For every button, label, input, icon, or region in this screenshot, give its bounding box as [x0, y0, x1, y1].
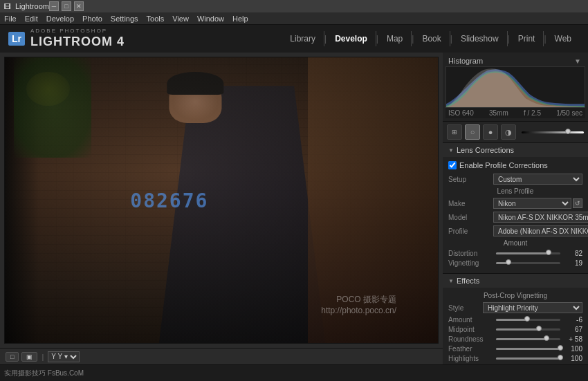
lens-corrections-header[interactable]: ▼ Lens Corrections	[443, 143, 588, 157]
postcrop-label: Post-Crop Vignetting	[448, 292, 582, 299]
logo-area: Lr ADOBE PHOTOSHOP LIGHTROOM 4	[8, 28, 125, 49]
menu-tools[interactable]: Tools	[147, 15, 165, 23]
menubar: File Edit Develop Photo Settings Tools V…	[0, 12, 588, 25]
tab-library[interactable]: Library	[282, 31, 324, 46]
menu-settings[interactable]: Settings	[111, 15, 138, 23]
style-row: Style Highlight Priority	[448, 302, 582, 313]
app-name: LIGHTROOM 4	[30, 35, 125, 50]
main-layout: 082676 POCO 摄影专题 http://photo.poco.cn/ □…	[0, 53, 588, 364]
photo-area[interactable]: 082676 POCO 摄影专题 http://photo.poco.cn/	[4, 57, 439, 344]
photo-code: 082676	[130, 189, 208, 212]
minimize-button[interactable]: ─	[49, 1, 59, 11]
effects-arrow-icon: ▼	[448, 278, 454, 284]
model-label: Model	[448, 214, 493, 221]
histogram-canvas	[445, 66, 585, 108]
photo-watermark: POCO 摄影专题 http://photo.poco.cn/	[321, 294, 396, 315]
effects-amount-row: Amount -6	[448, 316, 582, 324]
distortion-track[interactable]	[496, 252, 560, 254]
vignetting-thumb[interactable]	[506, 259, 511, 265]
menu-window[interactable]: Window	[197, 15, 224, 23]
nav-tabs: Library | Develop | Map | Book | Slidesh…	[282, 31, 580, 46]
tab-slideshow[interactable]: Slideshow	[452, 31, 508, 46]
roundness-thumb[interactable]	[544, 335, 549, 341]
highlights-label: Highlights	[448, 355, 493, 362]
lens-profile-label: Lens Profile	[448, 187, 582, 195]
setup-select-wrapper: Custom	[493, 174, 582, 185]
crop-tool[interactable]: ⊞	[447, 124, 462, 140]
midpoint-track[interactable]	[496, 328, 560, 331]
tab-book[interactable]: Book	[414, 31, 450, 46]
distortion-fill	[496, 252, 549, 254]
tab-print[interactable]: Print	[510, 31, 544, 46]
make-label: Make	[448, 200, 493, 207]
distortion-label: Distortion	[448, 250, 493, 257]
effects-header[interactable]: ▼ Effects	[443, 274, 588, 288]
histogram-arrow[interactable]: ▼	[573, 57, 582, 65]
titlebar-icon: 🎞	[4, 3, 11, 10]
lens-corrections-content: Enable Profile Corrections Setup Custom …	[443, 157, 588, 273]
roundness-row: Roundness + 58	[448, 335, 582, 343]
close-button[interactable]: ✕	[74, 1, 84, 11]
exposure-slider[interactable]	[522, 131, 584, 133]
effects-amount-thumb[interactable]	[524, 316, 530, 322]
style-select[interactable]: Highlight Priority	[483, 302, 582, 313]
zoom-fill-button[interactable]: ▣	[21, 352, 37, 362]
vignetting-track[interactable]	[496, 262, 560, 264]
zoom-fit-button[interactable]: □	[6, 352, 19, 362]
tab-map[interactable]: Map	[378, 31, 412, 46]
profile-select[interactable]: Adobe (Nikon AF-S DX NIKKO...	[493, 225, 588, 236]
histogram-title: Histogram	[448, 57, 483, 65]
photo-container: 082676 POCO 摄影专题 http://photo.poco.cn/	[5, 57, 438, 343]
highlights-track[interactable]	[496, 357, 560, 360]
profile-label: Profile	[448, 227, 493, 235]
filmstrip: 实用摄影技巧 FsBus.CoM	[0, 364, 588, 381]
right-panel: Histogram ▼ ISO 640	[443, 53, 588, 364]
effects-content: Post-Crop Vignetting Style Highlight Pri…	[443, 288, 588, 364]
midpoint-thumb[interactable]	[536, 326, 542, 331]
shutter-value: 1/50 sec	[556, 109, 582, 117]
menu-view[interactable]: View	[172, 15, 189, 23]
watermark-line2: http://photo.poco.cn/	[321, 306, 396, 315]
titlebar-title: Lightroom	[15, 2, 49, 10]
exposure-thumb[interactable]	[565, 129, 571, 134]
enable-corrections-row: Enable Profile Corrections	[448, 161, 582, 169]
feather-fill	[496, 348, 560, 350]
tab-develop[interactable]: Develop	[327, 31, 376, 46]
aperture-value: f / 2.5	[524, 109, 541, 117]
menu-photo[interactable]: Photo	[82, 15, 102, 23]
roundness-label: Roundness	[448, 335, 493, 343]
distortion-thumb[interactable]	[546, 250, 551, 255]
zoom-select[interactable]: Y Y ▾	[48, 351, 80, 362]
focal-value: 35mm	[489, 109, 508, 117]
enable-corrections-checkbox[interactable]	[448, 161, 457, 169]
highlights-fill	[496, 357, 560, 360]
menu-help[interactable]: Help	[232, 15, 248, 23]
gradient-tool[interactable]: ◑	[501, 124, 516, 140]
feather-track[interactable]	[496, 348, 560, 350]
feather-label: Feather	[448, 345, 493, 353]
redeye-tool[interactable]: ●	[483, 124, 498, 140]
effects-amount-track[interactable]	[496, 319, 560, 321]
roundness-track[interactable]	[496, 338, 560, 340]
maximize-button[interactable]: □	[62, 1, 71, 11]
menu-develop[interactable]: Develop	[46, 15, 74, 23]
midpoint-fill	[496, 328, 539, 331]
feather-value: 100	[563, 345, 582, 353]
enable-corrections-label: Enable Profile Corrections	[459, 161, 548, 169]
distortion-value: 82	[563, 250, 582, 257]
healing-tool[interactable]: ○	[465, 124, 480, 140]
midpoint-label: Midpoint	[448, 326, 493, 333]
make-row: Make Nikon ↺	[448, 198, 582, 209]
menu-file[interactable]: File	[4, 15, 17, 23]
make-reset-btn[interactable]: ↺	[573, 198, 582, 208]
tab-web[interactable]: Web	[546, 31, 580, 46]
model-row: Model Nikon AF-S DX NIKKOR 35mm... ↺	[448, 212, 582, 223]
highlights-thumb[interactable]	[558, 355, 563, 360]
menu-edit[interactable]: Edit	[25, 15, 38, 23]
feather-thumb[interactable]	[558, 345, 563, 351]
setup-select[interactable]: Custom	[493, 174, 582, 185]
iso-value: ISO 640	[448, 109, 474, 117]
histogram-meta: ISO 640 35mm f / 2.5 1/50 sec	[445, 108, 585, 118]
make-select[interactable]: Nikon	[493, 198, 571, 209]
model-select[interactable]: Nikon AF-S DX NIKKOR 35mm...	[493, 212, 588, 223]
